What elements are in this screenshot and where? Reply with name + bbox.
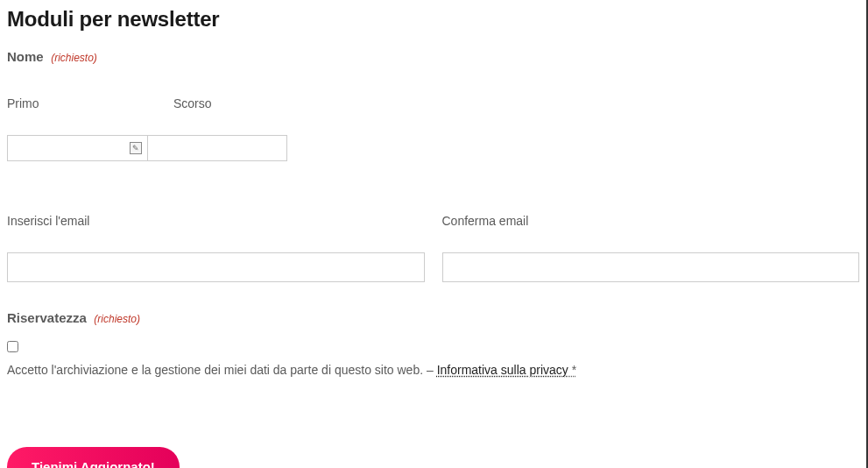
submit-button[interactable]: Tienimi Aggiornato! xyxy=(7,447,180,468)
email-enter-label: Inserisci l'email xyxy=(7,214,425,228)
privacy-consent-text: Accetto l'archiviazione e la gestione de… xyxy=(7,363,859,377)
email-confirm-label: Conferma email xyxy=(442,214,860,228)
first-name-label: Primo xyxy=(7,96,147,110)
name-field-group: Nome (richiesto) Primo Scorso ✎ xyxy=(7,49,859,161)
name-required-indicator: (richiesto) xyxy=(51,52,97,64)
privacy-consent-prefix: Accetto l'archiviazione e la gestione de… xyxy=(7,363,437,377)
last-name-label: Scorso xyxy=(173,96,314,110)
privacy-label: Riservatezza xyxy=(7,310,87,325)
privacy-field-group: Riservatezza (richiesto) Accetto l'archi… xyxy=(7,310,859,377)
privacy-asterisk: * xyxy=(568,363,576,377)
email-confirm-input[interactable] xyxy=(442,252,860,282)
page-title: Moduli per newsletter xyxy=(7,7,859,32)
email-field-group: Inserisci l'email Conferma email xyxy=(7,214,859,282)
first-name-input[interactable] xyxy=(7,135,147,161)
name-label: Nome xyxy=(7,49,44,64)
privacy-consent-checkbox[interactable] xyxy=(7,341,18,352)
privacy-required-indicator: (richiesto) xyxy=(94,313,140,325)
email-input[interactable] xyxy=(7,252,425,282)
last-name-input[interactable] xyxy=(147,135,287,161)
privacy-policy-link[interactable]: Informativa sulla privacy xyxy=(437,363,568,377)
